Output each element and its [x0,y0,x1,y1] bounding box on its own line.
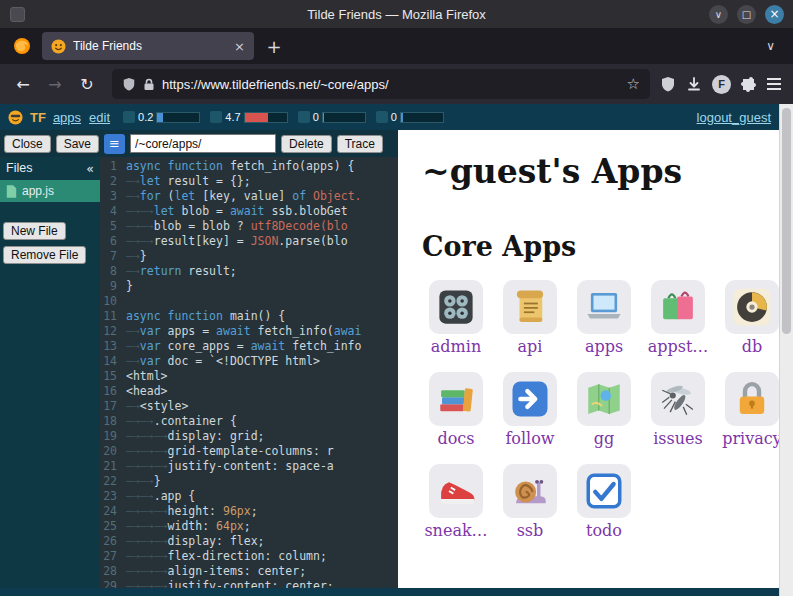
forward-button[interactable]: → [40,69,70,99]
new-file-button[interactable]: New File [3,222,66,240]
page-footer-strip [0,588,779,596]
logout-link[interactable]: logout_guest [697,110,771,125]
code-line: 17—→<style> [100,399,398,414]
app-tile-issues[interactable]: issues [644,372,712,448]
app-tile-gg[interactable]: gg [570,372,638,448]
close-button[interactable]: × [765,5,784,24]
line-number: 25 [100,519,126,534]
page-scrollbar[interactable] [779,104,793,596]
panel-toggle-button[interactable]: ≡ [104,134,125,154]
browser-tab[interactable]: Tilde Friends × [42,32,254,60]
resource-meters: 0.24.700 [123,111,444,123]
app-menu-icon[interactable] [10,7,25,22]
line-number: 14 [100,354,126,369]
navigation-toolbar: ← → ↻ https://www.tildefriends.net/~core… [0,64,793,104]
app-tile-apps[interactable]: apps [570,280,638,356]
code-line: 5—→—→blob = blob ? utf8Decode(blo [100,219,398,234]
code-line: 19—→—→—→display: grid; [100,429,398,444]
code-line: 23—→—→.app { [100,489,398,504]
line-number: 8 [100,264,126,279]
back-button[interactable]: ← [8,69,38,99]
trace-button[interactable]: Trace [337,135,383,153]
line-number: 12 [100,324,126,339]
code-line: 27—→—→—→flex-direction: column; [100,549,398,564]
line-number: 13 [100,339,126,354]
app-tile-api[interactable]: api [496,280,564,356]
meter-icon [376,111,388,123]
code-line: 1async function fetch_info(apps) { [100,159,398,174]
resource-meter-2: 0 [298,111,366,123]
appbar-link-edit[interactable]: edit [89,110,110,125]
mosquito-icon [651,372,705,426]
app-tile-admin[interactable]: admin [422,280,490,356]
bookmark-star-icon[interactable]: ☆ [627,75,640,93]
line-number: 19 [100,429,126,444]
url-text[interactable]: https://www.tildefriends.net/~core/apps/ [162,77,620,92]
scrollbar-thumb[interactable] [782,108,791,334]
shopping-bags-icon [651,280,705,334]
app-label: db [742,337,762,356]
app-path-input[interactable] [130,134,276,153]
app-label: gg [594,429,614,448]
resource-meter-1: 4.7 [210,111,287,123]
cd-icon [725,280,779,334]
code-line: 6—→—→result[key] = JSON.parse(blo [100,234,398,249]
code-line: 12—→var apps = await fetch_info(awai [100,324,398,339]
downloads-icon[interactable] [686,76,702,92]
app-tile-follow[interactable]: follow [496,372,564,448]
editor-toolbar: Close Save ≡ Delete Trace [0,130,398,157]
line-number: 22 [100,474,126,489]
apps-page: ~guest's Apps Core Apps adminapiappsapps… [398,130,779,588]
code-line: 28—→—→—→align-items: center; [100,564,398,579]
reload-button[interactable]: ↻ [72,69,102,99]
app-tile-appst[interactable]: appst… [644,280,712,356]
close-editor-button[interactable]: Close [4,135,51,153]
tracking-shield-icon[interactable] [122,77,136,91]
menu-hamburger-icon[interactable] [767,78,781,90]
tab-close-icon[interactable]: × [234,39,245,54]
account-avatar[interactable]: F [712,75,731,94]
tildefriends-logo-text[interactable]: TF [30,110,46,125]
save-button[interactable]: Save [56,135,99,153]
code-line: 15<html> [100,369,398,384]
knobs-icon [429,280,483,334]
code-line: 29—→—→—→justify-content: center; [100,579,398,588]
file-item-app.js[interactable]: app.js [0,180,100,202]
url-bar[interactable]: https://www.tildefriends.net/~core/apps/… [112,69,650,99]
app-tile-privacy[interactable]: privacy [718,372,779,448]
line-number: 24 [100,504,126,519]
code-line: 7—→} [100,249,398,264]
collapse-sidebar-icon[interactable]: « [86,161,94,176]
app-label: todo [586,521,622,540]
minimize-button[interactable]: ∨ [709,5,728,24]
firefox-logo-icon [13,37,31,55]
app-tile-db[interactable]: db [718,280,779,356]
delete-button[interactable]: Delete [281,135,332,153]
code-line: 20—→—→—→grid-template-columns: r [100,444,398,459]
meter-value: 0.2 [138,111,153,123]
code-line: 10 [100,294,398,309]
app-tile-docs[interactable]: docs [422,372,490,448]
meter-icon [298,111,310,123]
meter-track [322,112,366,123]
protections-shield-icon[interactable] [660,76,676,92]
appbar-link-apps[interactable]: apps [53,110,81,125]
file-name: app.js [22,184,54,198]
app-label: follow [505,429,554,448]
line-number: 10 [100,294,126,309]
arrow-right-icon [503,372,557,426]
new-tab-button[interactable]: + [260,32,288,60]
app-tile-sneak[interactable]: sneak… [422,464,490,540]
extensions-puzzle-icon[interactable] [741,76,757,92]
remove-file-button[interactable]: Remove File [3,246,86,264]
maximize-button[interactable]: □ [737,5,756,24]
line-number: 27 [100,549,126,564]
app-tile-todo[interactable]: todo [570,464,638,540]
files-sidebar: Files « app.js New File Remove File [0,157,100,588]
app-tile-ssb[interactable]: ssb [496,464,564,540]
meter-value: 0 [313,111,319,123]
list-tabs-chevron-icon[interactable]: ∨ [766,39,785,53]
https-lock-icon[interactable] [143,78,155,91]
firefox-view-icon[interactable] [8,32,36,60]
code-editor[interactable]: 1async function fetch_info(apps) {2—→let… [100,157,398,588]
